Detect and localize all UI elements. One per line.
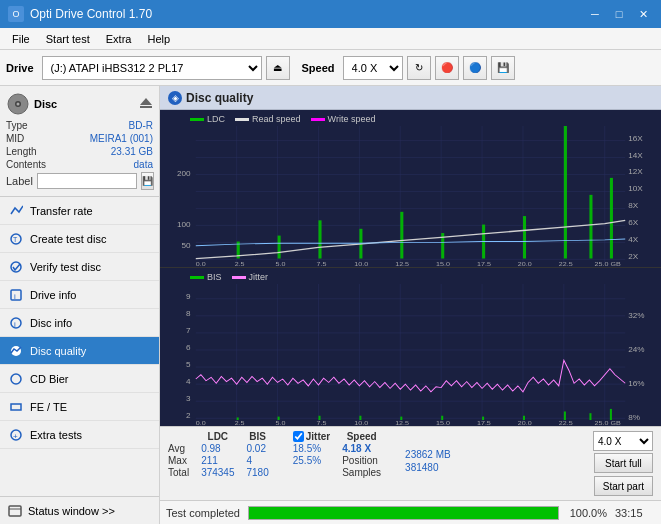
svg-rect-118 [610,409,612,420]
sidebar-item-drive-info[interactable]: i Drive info [0,281,159,309]
charts-area: LDC Read speed Write speed [160,110,661,426]
status-window-button[interactable]: Status window >> [0,496,159,524]
refresh-button[interactable]: ↻ [407,56,431,80]
menu-extra[interactable]: Extra [98,31,140,47]
eject-button[interactable]: ⏏ [266,56,290,80]
svg-text:50: 50 [182,242,191,250]
svg-text:10.0: 10.0 [354,261,368,267]
sidebar-item-extra-tests[interactable]: + Extra tests [0,421,159,449]
sidebar-item-create-test-disc[interactable]: T Create test disc [0,225,159,253]
stats-total-row: Total 374345 7180 Samples [168,467,393,479]
jitter-checkbox[interactable] [293,431,304,442]
mid-label: MID [6,133,24,144]
svg-point-7 [11,262,21,272]
fe-te-icon [8,399,24,415]
svg-text:5.0: 5.0 [276,261,286,267]
chart-speed-select[interactable]: 4.0 X [593,431,653,451]
type-value: BD-R [129,120,153,131]
svg-point-13 [11,374,21,384]
contents-value: data [134,159,153,170]
svg-rect-3 [140,106,152,108]
app-icon: O [8,6,24,22]
disc-length-row: Length 23.31 GB [6,146,153,157]
sidebar: Disc Type BD-R MID MEIRA1 (001) Length 2… [0,86,160,524]
svg-text:20.0: 20.0 [518,261,532,267]
svg-text:12.5: 12.5 [395,420,409,426]
svg-text:10X: 10X [628,185,643,193]
svg-text:6: 6 [186,344,191,352]
read-speed-legend-color [235,118,249,121]
close-button[interactable]: ✕ [633,6,653,22]
minimize-button[interactable]: ─ [585,6,605,22]
svg-text:+: + [13,432,18,441]
position-label: Position [342,455,393,467]
svg-rect-17 [9,506,21,516]
mid-value: MEIRA1 (001) [90,133,153,144]
maximize-button[interactable]: □ [609,6,629,22]
quality-title: Disc quality [186,91,253,105]
svg-rect-74 [160,268,661,426]
disc-eject-icon[interactable] [139,97,153,111]
burn-button[interactable]: 🔴 [435,56,459,80]
total-bis: 7180 [247,467,281,479]
start-part-button[interactable]: Start part [594,476,653,496]
nav-items: Transfer rate T Create test disc Verify … [0,197,159,449]
status-text: Test completed [166,507,240,519]
sidebar-item-transfer-rate[interactable]: Transfer rate [0,197,159,225]
svg-text:17.5: 17.5 [477,261,491,267]
disc-info-icon: i [8,315,24,331]
disc-section: Disc Type BD-R MID MEIRA1 (001) Length 2… [0,86,159,197]
avg-jitter: 18.5% [293,443,342,455]
menu-file[interactable]: File [4,31,38,47]
ldc-legend-color [190,118,204,121]
menubar: File Start test Extra Help [0,28,661,50]
svg-text:22.5: 22.5 [559,420,573,426]
length-value: 23.31 GB [111,146,153,157]
action-area: 4.0 X Start full Start part [593,431,653,496]
svg-text:0.0: 0.0 [196,261,206,267]
svg-text:2: 2 [186,412,191,420]
svg-text:4X: 4X [628,236,638,244]
svg-text:8%: 8% [628,414,640,422]
sidebar-item-verify-test-disc[interactable]: Verify test disc [0,253,159,281]
menu-help[interactable]: Help [139,31,178,47]
svg-text:3: 3 [186,395,191,403]
avg-ldc: 0.98 [201,443,246,455]
svg-text:16%: 16% [628,380,645,388]
menu-start-test[interactable]: Start test [38,31,98,47]
sidebar-item-disc-info[interactable]: i Disc info [0,309,159,337]
svg-text:2.5: 2.5 [235,420,245,426]
label-input[interactable] [37,173,137,189]
svg-text:22.5: 22.5 [559,261,573,267]
drive-info-icon: i [8,287,24,303]
svg-text:0.0: 0.0 [196,420,206,426]
sidebar-item-disc-quality[interactable]: Disc quality [0,337,159,365]
svg-text:100: 100 [177,221,191,229]
status-window-icon [8,504,22,518]
disc-header: Disc [6,92,153,116]
svg-text:4: 4 [186,378,191,386]
progress-bar-container [248,506,559,520]
sidebar-item-cd-bier[interactable]: CD Bier [0,365,159,393]
svg-rect-19 [160,110,661,267]
svg-text:200: 200 [177,170,191,178]
verify-button[interactable]: 🔵 [463,56,487,80]
svg-text:i: i [14,292,16,301]
save-button[interactable]: 💾 [491,56,515,80]
legend-ldc: LDC [190,114,225,124]
quality-header: ◈ Disc quality [160,86,661,110]
label-save-button[interactable]: 💾 [141,172,154,190]
sidebar-item-fe-te[interactable]: FE / TE [0,393,159,421]
stats-max-row: Max 211 4 25.5% Position [168,455,393,467]
drive-select[interactable]: (J:) ATAPI iHBS312 2 PL17 [42,56,262,80]
svg-text:10.0: 10.0 [354,420,368,426]
svg-text:32%: 32% [628,311,645,319]
stats-table: LDC BIS Jitter Speed A [168,431,393,479]
speed-label: Speed [302,62,335,74]
avg-label: Avg [168,443,201,455]
position-value: 23862 MB [405,449,451,460]
max-bis: 4 [247,455,281,467]
speed-select[interactable]: 4.0 X [343,56,403,80]
start-full-button[interactable]: Start full [594,453,653,473]
disc-title: Disc [34,98,57,110]
